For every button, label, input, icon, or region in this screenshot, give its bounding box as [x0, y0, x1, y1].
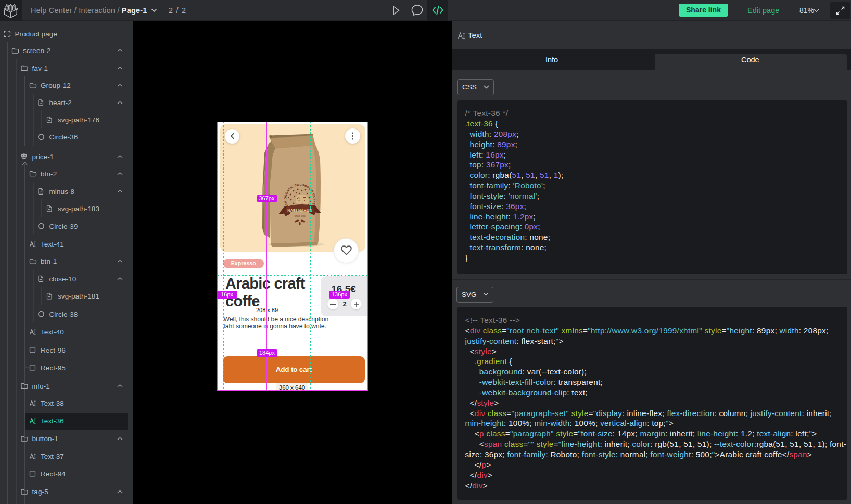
- svg-text:svg-path-181: svg-path-181: [58, 292, 99, 300]
- svg-text:Text-37: Text-37: [41, 453, 64, 460]
- svg-text:svg-path-183: svg-path-183: [58, 205, 99, 213]
- svg-text:heart-2: heart-2: [49, 99, 72, 107]
- svg-text:NABI NAHUB: NABI NAHUB: [287, 208, 312, 212]
- svg-text:Text-41: Text-41: [41, 240, 64, 248]
- svg-text:svg-path-176: svg-path-176: [58, 116, 99, 124]
- svg-text:Circle-39: Circle-39: [49, 223, 78, 230]
- svg-text:info-1: info-1: [32, 382, 50, 390]
- svg-text:Text-36: Text-36: [41, 417, 64, 425]
- svg-text:Rect-94: Rect-94: [41, 470, 66, 478]
- svg-text:SINCE 1936: SINCE 1936: [294, 215, 305, 217]
- svg-text:Group-12: Group-12: [41, 82, 71, 89]
- svg-text:Circle-36: Circle-36: [49, 133, 78, 141]
- svg-text:Rect-95: Rect-95: [41, 364, 66, 372]
- svg-text:minus-8: minus-8: [49, 188, 75, 196]
- svg-text:fav-1: fav-1: [32, 64, 48, 72]
- svg-text:close-10: close-10: [49, 275, 77, 283]
- svg-text:Circle-38: Circle-38: [49, 311, 78, 318]
- svg-text:screen-2: screen-2: [23, 47, 50, 55]
- svg-text:Text-38: Text-38: [41, 399, 64, 407]
- svg-text:tag-5: tag-5: [32, 488, 48, 496]
- svg-text:Text-40: Text-40: [41, 328, 64, 336]
- svg-text:price-1: price-1: [32, 153, 54, 161]
- svg-text:btn-1: btn-1: [41, 257, 57, 265]
- svg-text:Product page: Product page: [15, 30, 58, 38]
- svg-text:btn-2: btn-2: [41, 170, 57, 178]
- svg-text:Rect-96: Rect-96: [41, 346, 66, 354]
- svg-text:button-1: button-1: [32, 435, 58, 443]
